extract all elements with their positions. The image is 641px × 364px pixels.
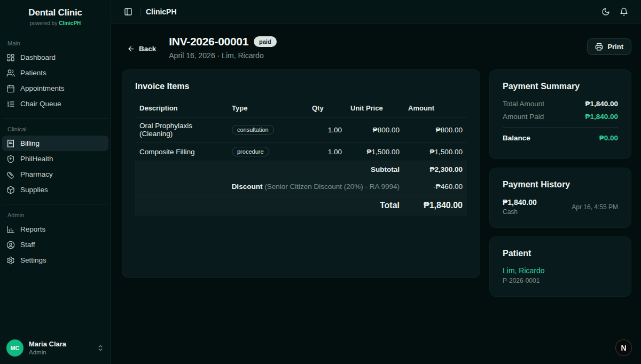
page-title: INV-2026-00001 [169, 34, 248, 49]
nav-section-main: Main Dashboard Patients Appointments Cha… [2, 36, 108, 117]
notifications-button[interactable] [617, 5, 630, 18]
user-circle-icon [6, 241, 15, 249]
type-badge: consultation [232, 125, 274, 134]
sidebar-item-label: Chair Queue [20, 100, 61, 108]
sidebar-item-label: Supplies [20, 186, 48, 194]
user-menu[interactable]: MC Maria Clara Admin [6, 339, 104, 357]
item-description: Composite Filling [135, 143, 228, 161]
sidebar-item-label: Pharmacy [20, 170, 53, 178]
section-label-main: Main [2, 38, 108, 50]
sidebar-item-chair-queue[interactable]: Chair Queue [2, 96, 108, 112]
title-block: INV-2026-00001 paid April 16, 2026 · Lim… [169, 34, 276, 60]
sidebar-item-dashboard[interactable]: Dashboard [2, 50, 108, 65]
invoice-items-table: Description Type Qty Unit Price Amount O… [135, 101, 467, 216]
bell-icon [620, 7, 628, 16]
avatar: MC [6, 339, 24, 357]
topbar: ClinicPH [111, 0, 641, 23]
invoice-item-row: Composite Filling procedure 1.00 ₱1,500.… [135, 143, 467, 161]
topbar-actions [599, 5, 630, 18]
chevrons-up-down-icon [97, 344, 104, 352]
main-shell: ClinicPH Back INV-2026-00001 paid April … [111, 0, 641, 364]
shield-icon [6, 155, 15, 163]
nav-section-admin: Admin Reports Staff Settings [2, 204, 108, 273]
sidebar-item-label: Billing [20, 139, 40, 147]
sidebar-item-label: PhilHealth [20, 155, 53, 163]
invoice-items-title: Invoice Items [135, 82, 467, 91]
back-button[interactable]: Back [122, 42, 161, 56]
item-type-cell: procedure [228, 143, 308, 161]
brand: Dental Clinic powered by ClinicPH [0, 0, 111, 33]
sidebar-item-billing[interactable]: Billing [2, 136, 108, 151]
pill-icon [6, 170, 15, 179]
sidebar-item-philhealth[interactable]: PhilHealth [2, 151, 108, 167]
col-unit-price: Unit Price [346, 101, 404, 117]
subtotal-value: ₱2,300.00 [404, 161, 467, 178]
item-unit-price: ₱1,500.00 [346, 143, 404, 161]
theme-toggle-button[interactable] [599, 5, 612, 18]
sidebar-item-label: Patients [20, 69, 46, 77]
patient-link[interactable]: Lim, Ricardo [503, 266, 545, 275]
sidebar-item-appointments[interactable]: Appointments [2, 81, 108, 96]
item-qty: 1.00 [308, 143, 346, 161]
subtotal-row: Subtotal ₱2,300.00 [135, 161, 467, 178]
section-label-clinical: Clinical [2, 124, 108, 136]
discount-row: Discount (Senior Citizen Discount (20%) … [135, 178, 467, 195]
total-value: ₱1,840.00 [404, 195, 467, 216]
sidebar-nav: Main Dashboard Patients Appointments Cha… [0, 33, 111, 334]
patient-card-title: Patient [503, 249, 618, 258]
table-header-row: Description Type Qty Unit Price Amount [135, 101, 467, 117]
sidebar-item-supplies[interactable]: Supplies [2, 182, 108, 197]
sidebar-item-settings[interactable]: Settings [2, 252, 108, 268]
payment-history-entry: ₱1,840.00 Cash Apr 16, 4:55 PM [503, 198, 618, 216]
sidebar-item-reports[interactable]: Reports [2, 221, 108, 237]
side-column: Payment Summary Total Amount ₱1,840.00 A… [489, 69, 631, 297]
user-meta: Maria Clara Admin [29, 340, 91, 357]
sidebar-item-label: Reports [20, 225, 45, 233]
user-role: Admin [29, 349, 91, 356]
panel-left-icon [124, 7, 132, 16]
summary-divider [503, 127, 618, 128]
payment-summary-title: Payment Summary [503, 82, 618, 91]
discount-value: -₱460.00 [404, 178, 467, 195]
item-unit-price: ₱800.00 [346, 117, 404, 143]
sidebar-item-label: Staff [20, 241, 35, 249]
payment-amount: ₱1,840.00 [503, 198, 537, 207]
print-button[interactable]: Print [587, 38, 631, 55]
brand-title: Dental Clinic [6, 7, 104, 18]
powered-by-text: powered by [30, 20, 59, 26]
sidebar-footer: MC Maria Clara Admin [0, 334, 111, 364]
balance-value: ₱0.00 [599, 134, 618, 142]
section-label-admin: Admin [2, 210, 108, 221]
page-header: Back INV-2026-00001 paid April 16, 2026 … [122, 34, 631, 60]
total-label: Total [135, 195, 404, 216]
patient-id: P-2026-0001 [503, 277, 618, 284]
discount-label: Discount [232, 183, 263, 191]
sidebar-item-staff[interactable]: Staff [2, 237, 108, 252]
amount-paid-row: Amount Paid ₱1,840.00 [503, 113, 618, 121]
col-qty: Qty [308, 101, 346, 117]
sidebar-toggle-button[interactable] [122, 5, 135, 18]
payment-method: Cash [503, 208, 537, 216]
moon-icon [601, 7, 610, 16]
amount-paid-value: ₱1,840.00 [585, 113, 618, 121]
payment-history-title: Payment History [503, 180, 618, 189]
subtotal-label: Subtotal [135, 161, 404, 178]
balance-label: Balance [503, 134, 530, 142]
status-badge: paid [254, 36, 277, 47]
nextjs-dev-badge[interactable]: N [615, 339, 632, 356]
payment-entry-left: ₱1,840.00 Cash [503, 198, 537, 216]
total-amount-value: ₱1,840.00 [585, 100, 618, 108]
invoice-items-card: Invoice Items Description Type Qty Unit … [122, 69, 480, 278]
col-type: Type [228, 101, 308, 117]
arrow-left-icon [127, 45, 135, 53]
page: Back INV-2026-00001 paid April 16, 2026 … [111, 23, 641, 364]
brand-subtitle: powered by ClinicPH [6, 20, 104, 26]
users-icon [6, 69, 15, 77]
receipt-icon [6, 139, 15, 148]
item-type-cell: consultation [228, 117, 308, 143]
total-row: Total ₱1,840.00 [135, 195, 467, 216]
sidebar-item-patients[interactable]: Patients [2, 65, 108, 81]
sidebar-item-pharmacy[interactable]: Pharmacy [2, 167, 108, 182]
sidebar: Dental Clinic powered by ClinicPH Main D… [0, 0, 111, 364]
powered-by-brand: ClinicPH [59, 20, 81, 26]
